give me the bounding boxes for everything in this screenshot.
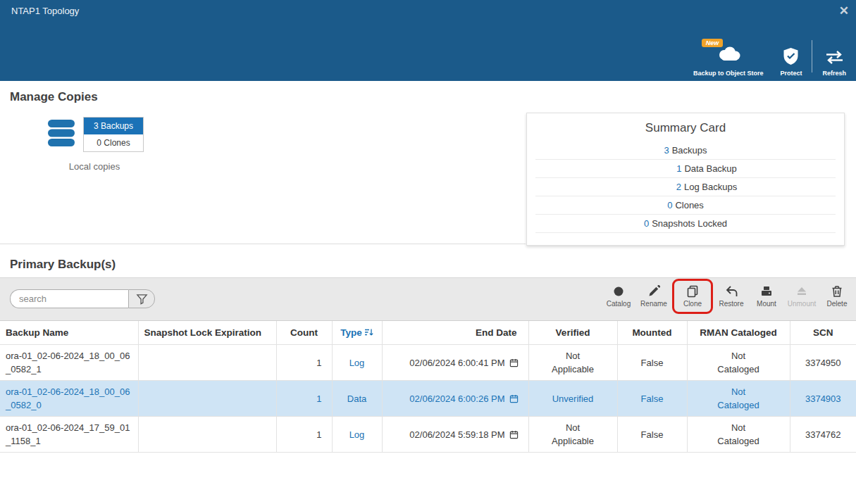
summary-count: 0 [667,200,672,210]
clone-icon [686,285,699,298]
toolbar-label: Unmount [788,300,817,308]
primary-backups-title: Primary Backup(s) [10,258,116,272]
toolbar-label: Catalog [607,300,631,308]
summary-card: Summary Card 3Backups 1Data Backup 2Log … [526,113,845,246]
backup-row[interactable]: ora-01_02-06-2024_18_00_06_0582_1 1 Log … [0,345,856,381]
local-copies-caption: Local copies [42,161,147,172]
delete-button[interactable]: Delete [819,282,855,311]
refresh-arrows-icon [825,50,844,65]
filter-button[interactable] [128,289,155,308]
header-divider [812,40,812,73]
col-mounted[interactable]: Mounted [617,321,687,345]
cell-count: 1 [276,381,332,417]
cell-end-date: 02/06/2024 6:00:41 PM [382,345,528,381]
calendar-icon [509,394,519,403]
manage-copies-title: Manage Copies [10,90,98,104]
table-header-row: Backup Name Snapshot Lock Expiration Cou… [0,321,856,345]
col-count[interactable]: Count [276,321,332,345]
cell-mounted: False [617,345,687,381]
sort-icon [364,328,373,336]
close-icon[interactable]: ✕ [839,4,849,18]
backups-toolbar: Catalog Rename Clone [0,277,856,321]
cell-scn: 3374950 [790,345,856,381]
shield-check-icon [783,48,798,65]
summary-card-title: Summary Card [527,113,844,141]
rman-text: Not Cataloged [710,385,767,412]
backup-row-selected[interactable]: ora-01_02-06-2024_18_00_06_0582_0 1 Data… [0,381,856,417]
col-scn[interactable]: SCN [790,321,856,345]
clone-annotation-highlight: Clone [672,279,713,314]
catalog-icon [612,285,625,298]
section-divider [0,244,526,244]
cell-type: Log [332,345,382,381]
summary-count: 1 [676,163,681,174]
cloud-icon-wrap: New [714,45,743,65]
toolbar-label: Rename [640,300,667,308]
verified-text: Not Applicable [545,421,601,448]
rename-icon [647,285,660,298]
rman-text: Not Cataloged [710,421,767,448]
cell-scn: 3374903 [790,381,856,417]
clone-button[interactable]: Clone [675,282,710,311]
rename-button[interactable]: Rename [636,282,671,311]
col-verified[interactable]: Verified [528,321,617,345]
local-copies-widget: 3 Backups 0 Clones [45,117,144,152]
mount-button[interactable]: Mount [749,282,784,311]
cell-verified: Not Applicable [528,345,617,381]
backups-table: Backup Name Snapshot Lock Expiration Cou… [0,321,856,453]
funnel-icon [136,293,148,305]
col-rman-cataloged[interactable]: RMAN Cataloged [687,321,790,345]
cell-mounted: False [617,381,687,417]
col-backup-name[interactable]: Backup Name [0,321,138,345]
rman-text: Not Cataloged [710,349,767,376]
database-stack-icon [45,117,77,149]
cell-scn: 3374762 [790,417,856,453]
action-label: Refresh [822,70,846,77]
unmount-button[interactable]: Unmount [784,282,819,311]
window-title: NTAP1 Topology [11,6,79,16]
protect-button[interactable]: Protect [771,30,810,77]
summary-row-data-backup: 1Data Backup [535,160,836,178]
toolbar-label: Mount [757,300,776,308]
cell-verified: Not Applicable [528,417,617,453]
cell-backup-name: ora-01_02-06-2024_18_00_06_0582_0 [0,381,138,417]
clones-count-button[interactable]: 0 Clones [84,134,143,151]
cell-count: 1 [276,417,332,453]
action-label: Protect [780,70,802,77]
restore-button[interactable]: Restore [714,282,749,311]
cell-backup-name: ora-01_02-06-2024_18_00_06_0582_1 [0,345,138,381]
col-type-label: Type [340,327,362,338]
summary-count: 2 [676,182,681,192]
toolbar-label: Delete [827,300,848,308]
header-actions: New Backup to Object Store Protect [685,30,855,77]
calendar-icon [509,358,519,367]
backups-count-button[interactable]: 3 Backups [84,118,143,134]
col-end-date[interactable]: End Date [382,321,528,345]
toolbar-label: Restore [719,300,743,308]
end-date-text: 02/06/2024 6:00:41 PM [409,358,504,368]
catalog-button[interactable]: Catalog [601,282,636,311]
restore-icon [725,285,738,298]
backup-to-object-store-button[interactable]: New Backup to Object Store [685,30,772,77]
delete-icon [831,285,843,298]
summary-count: 3 [664,145,669,156]
cell-verified: Unverified [528,381,617,417]
summary-row-backups: 3Backups [535,141,836,160]
summary-label: Backups [672,145,707,156]
col-snapshot-lock-expiration[interactable]: Snapshot Lock Expiration [138,321,276,345]
col-type[interactable]: Type [332,321,382,345]
cell-type: Data [332,381,382,417]
end-date-text: 02/06/2024 5:59:18 PM [409,429,504,440]
refresh-button[interactable]: Refresh [814,30,855,77]
backup-row[interactable]: ora-01_02-06-2024_17_59_01_1158_1 1 Log … [0,417,856,453]
primary-backups-panel: Catalog Rename Clone [0,277,856,453]
search-input[interactable] [10,289,128,308]
summary-row-log-backups: 2Log Backups [535,178,836,196]
cell-rman-cataloged: Not Cataloged [687,381,790,417]
end-date-text: 02/06/2024 6:00:26 PM [409,393,504,404]
cell-type: Log [332,417,382,453]
cell-snapshot-lock [138,345,276,381]
modal-titlebar: NTAP1 Topology ✕ New Backup to Object St… [0,0,856,81]
cloud-icon [714,45,743,62]
summary-label: Clones [675,200,703,210]
